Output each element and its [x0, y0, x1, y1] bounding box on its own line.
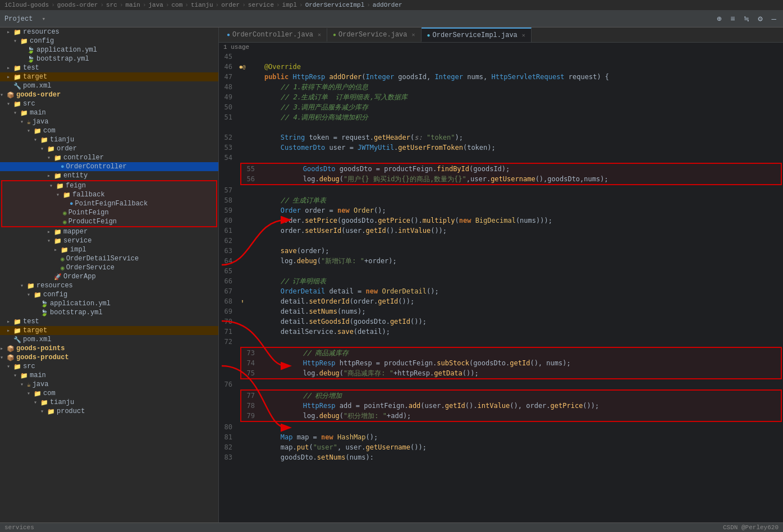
tree-item-productfeign[interactable]: ◉ ProductFeign [2, 217, 216, 226]
tree-item-pointfeignfallback[interactable]: ● PointFeignFallback [2, 199, 216, 208]
tree-item-orderapp[interactable]: 🚀 OrderApp [0, 272, 218, 281]
code-line-58: 58 // 生成订单表 [219, 195, 783, 205]
code-line-46: 46 ●@ @Override [219, 62, 783, 72]
tree-item-service-folder[interactable]: ▾ 📁 service [0, 236, 218, 245]
tree-item-goods-product[interactable]: ▾ 📦 goods-product [0, 353, 218, 362]
tree-item-tianju[interactable]: ▾ 📁 tianju [0, 135, 218, 144]
sidebar[interactable]: ▸ 📁 resources ▾ 📁 config 🍃 application.y… [0, 27, 219, 522]
code-line-76: 76 [219, 379, 783, 389]
breadcrumb-item[interactable]: impl [282, 2, 297, 8]
tree-item-java[interactable]: ▾ ☕ java [0, 117, 218, 126]
code-line-64: 64 log.debug("新增订单: "+order); [219, 256, 783, 266]
tree-item-impl-folder[interactable]: ▸ 📁 impl [0, 245, 218, 254]
tab-bar: ● OrderController.java ✕ ● OrderService.… [219, 27, 783, 43]
breadcrumb-bar: iCloud-goods › goods-order › src › main … [0, 0, 783, 11]
code-line-78: 78 HttpResp add = pointFeign.add(user.ge… [241, 401, 781, 411]
tab-label-service: OrderService.java [338, 31, 407, 39]
list-icon[interactable]: ≡ [728, 13, 737, 25]
tree-item-pointfeign[interactable]: ◉ PointFeign [2, 208, 216, 217]
code-line-62: 62 [219, 236, 783, 246]
code-line-49: 49 // 2.生成订单 订单明细表,写入数据库 [219, 92, 783, 102]
code-line-73: 73 // 商品减库存 [241, 348, 781, 358]
code-line-71: 71 detailService.save(detail); [219, 327, 783, 337]
code-content: 45 46 ●@ @Override 47 pub [219, 52, 783, 522]
breadcrumb-item[interactable]: main [125, 2, 140, 8]
tree-item-src-product[interactable]: ▾ 📁 src [0, 362, 218, 371]
tree-item-pom-2[interactable]: 🔧 pom.xml [0, 335, 218, 344]
tree-item-entity-folder[interactable]: ▸ 📁 entity [0, 171, 218, 180]
tree-item-order-controller[interactable]: ● OrderController [0, 162, 218, 171]
status-bar: services CSDN @Perley620 [0, 522, 783, 532]
breadcrumb-item[interactable]: OrderServiceImpl [305, 2, 365, 8]
code-line-82: 82 map.put("user", user.getUsername()); [219, 442, 783, 452]
tree-item-bootstrap-yml-2[interactable]: 🍃 bootstrap.yml [0, 308, 218, 317]
code-line-57: 57 [219, 185, 783, 195]
tab-order-service[interactable]: ● OrderService.java ✕ [327, 28, 421, 42]
tree-item-config-1[interactable]: ▾ 📁 config [0, 36, 218, 45]
tree-item-tianju-product[interactable]: ▾ 📁 tianju [0, 398, 218, 407]
tree-item-java-product[interactable]: ▾ ☕ java [0, 380, 218, 389]
tree-item-orderdetailservice[interactable]: ◉ OrderDetailService [0, 254, 218, 263]
breadcrumb-item[interactable]: tianju [191, 2, 213, 8]
breadcrumb-item[interactable]: java [149, 2, 163, 8]
code-line-52: 52 String token = request.getHeader(s: "… [219, 132, 783, 143]
breadcrumb-item[interactable]: addOrder [373, 2, 402, 8]
code-line-68: 68 ⬆ detail.setOrderId(order.getId()); [219, 296, 783, 306]
tree-item-orderservice[interactable]: ◉ OrderService [0, 263, 218, 272]
tree-item-target-2[interactable]: ▸ 📁 target [0, 326, 218, 335]
code-line-51: 51 // 4.调用积分商城增加积分 [219, 112, 783, 122]
breadcrumb-item[interactable]: com [172, 2, 183, 8]
close-tab-impl[interactable]: ✕ [522, 32, 525, 39]
tree-item-application-yml-2[interactable]: 🍃 application.yml [0, 299, 218, 308]
breadcrumb-item[interactable]: iCloud-goods [4, 2, 49, 8]
code-line-53: 53 CustomerDto user = JWTMyUtil.getUserF… [219, 143, 783, 153]
tree-item-test-2[interactable]: ▸ 📁 test [0, 317, 218, 326]
tree-item-main-product[interactable]: ▾ 📁 main [0, 371, 218, 380]
tree-item-test-1[interactable]: ▸ 📁 test [0, 63, 218, 72]
tree-item-resources[interactable]: ▸ 📁 resources [0, 27, 218, 36]
code-line-83: 83 goodsDto.setNums(nums): [219, 452, 783, 462]
code-line-66: 66 // 订单明细表 [219, 276, 783, 286]
tab-label-controller: OrderController.java [232, 31, 313, 39]
tree-item-pom-1[interactable]: 🔧 pom.xml [0, 81, 218, 90]
code-line-81: 81 Map map = new HashMap(); [219, 432, 783, 442]
tree-item-feign-folder[interactable]: ▾ 📁 feign [2, 181, 216, 190]
add-icon[interactable]: ⊕ [715, 13, 724, 25]
tree-item-src[interactable]: ▾ 📁 src [0, 99, 218, 108]
tree-item-controller-folder[interactable]: ▾ 📁 controller [0, 153, 218, 162]
tree-item-goods-points[interactable]: ▸ 📦 goods-points [0, 344, 218, 353]
code-line-50: 50 // 3.调用产品服务减少库存 [219, 102, 783, 112]
tree-item-application-yml-1[interactable]: 🍃 application.yml [0, 45, 218, 54]
code-line-45: 45 [219, 52, 783, 62]
code-line-54: 54 [219, 153, 783, 163]
minimize-icon[interactable]: — [770, 13, 779, 25]
close-tab-controller[interactable]: ✕ [318, 31, 321, 38]
tree-item-goods-order[interactable]: ▾ 📦 goods-order [0, 90, 218, 99]
tree-item-bootstrap-yml-1[interactable]: 🍃 bootstrap.yml [0, 54, 218, 63]
code-line-72: 72 [219, 337, 783, 347]
status-right: CSDN @Perley620 [723, 524, 779, 531]
tree-item-product-pkg[interactable]: ▾ 📁 product [0, 407, 218, 416]
tree-item-config-2[interactable]: ▾ 📁 config [0, 290, 218, 299]
tree-item-order-pkg[interactable]: ▾ 📁 order [0, 144, 218, 153]
tree-item-target-1[interactable]: ▸ 📁 target [0, 72, 218, 81]
tree-item-main[interactable]: ▾ 📁 main [0, 108, 218, 117]
tree-item-mapper-folder[interactable]: ▸ 📁 mapper [0, 227, 218, 236]
code-line-56: 56 log.debug("用户{} 购买id为{}的商品,数量为{}",use… [241, 174, 781, 184]
usage-hint: 1 usage [219, 43, 783, 52]
tree-item-com[interactable]: ▾ 📁 com [0, 126, 218, 135]
settings-icon[interactable]: ⚙ [755, 13, 764, 25]
tree-item-fallback-folder[interactable]: ▾ 📁 fallback [2, 190, 216, 199]
code-line-74: 74 HttpResp httpResp = productFeign.subS… [241, 358, 781, 368]
tree-item-com-product[interactable]: ▾ 📁 com [0, 389, 218, 398]
breadcrumb-item[interactable]: goods-order [57, 2, 98, 8]
breadcrumb-item[interactable]: src [106, 2, 117, 8]
tab-order-service-impl[interactable]: ● OrderServiceImpl.java ✕ [422, 27, 532, 42]
close-tab-service[interactable]: ✕ [412, 31, 415, 38]
tree-item-resources-2[interactable]: ▾ 📁 resources [0, 281, 218, 290]
sort-icon[interactable]: ≒ [742, 13, 751, 25]
code-editor[interactable]: 45 46 ●@ @Override 47 pub [219, 52, 783, 522]
breadcrumb-item[interactable]: order [221, 2, 240, 8]
tab-order-controller[interactable]: ● OrderController.java ✕ [221, 28, 327, 42]
breadcrumb-item[interactable]: service [248, 2, 274, 8]
